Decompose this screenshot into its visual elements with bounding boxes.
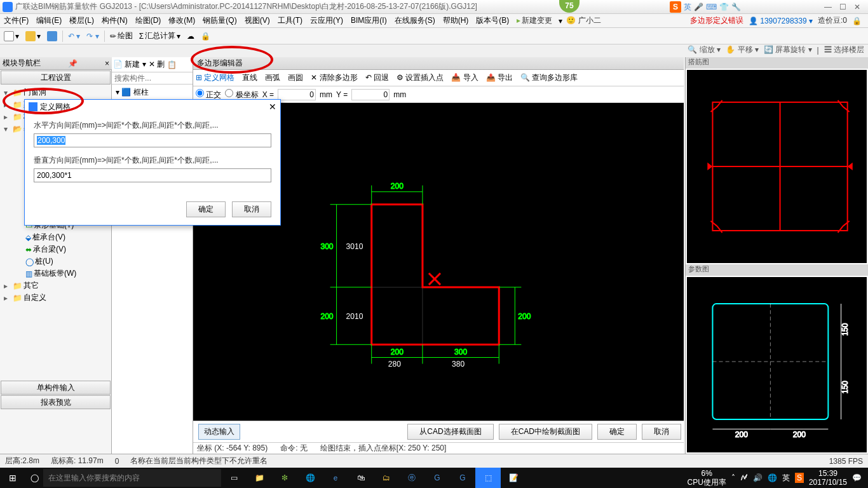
menu-file[interactable]: 文件(F) <box>0 15 32 26</box>
menu-component[interactable]: 构件(N) <box>98 15 132 26</box>
lock-button[interactable]: 🔒 <box>200 30 212 42</box>
app-g1-icon[interactable]: G <box>424 468 450 488</box>
tray-up-icon[interactable]: ˄ <box>731 473 735 482</box>
menu-bim[interactable]: BIM应用(I) <box>347 15 391 26</box>
vertical-input[interactable]: 200,300*1 <box>34 168 271 182</box>
dynamic-input-button[interactable]: 动态输入 <box>198 424 240 440</box>
tray-net-icon[interactable]: 🌐 <box>768 473 777 482</box>
circle-button[interactable]: 画圆 <box>288 72 303 83</box>
close-button[interactable]: ✕ <box>854 3 860 11</box>
mid-delete-button[interactable]: ✕ 删 <box>149 59 165 70</box>
ime-skin-icon[interactable]: 👕 <box>719 3 729 11</box>
canvas-cancel-button[interactable]: 取消 <box>642 424 681 440</box>
menu-tool[interactable]: 工具(T) <box>274 15 306 26</box>
x-input[interactable] <box>278 89 316 100</box>
tray-sound-icon[interactable]: 🔊 <box>753 473 763 482</box>
cpu-meter[interactable]: 6% CPU使用率 <box>688 469 726 487</box>
ime-mic-icon[interactable]: 🎤 <box>694 3 703 11</box>
y-input[interactable] <box>351 89 390 100</box>
select-floor-button[interactable]: ☰ 选择楼层 <box>824 44 864 55</box>
cloud-check-button[interactable]: ☁ <box>186 30 196 42</box>
tree-capbeam[interactable]: ⬌ 承台梁(V) <box>3 243 109 255</box>
tree-custom[interactable]: ▸📁自定义 <box>3 292 109 304</box>
project-settings-button[interactable]: 工程设置 <box>1 71 111 85</box>
new-file-button[interactable]: ▾ <box>3 30 20 43</box>
undo-button[interactable]: ↶ ▾ <box>67 30 81 42</box>
cortana-icon[interactable]: ◯ <box>25 473 43 482</box>
ime-settings-icon[interactable]: 🔧 <box>731 3 741 11</box>
query-lib-button[interactable]: 🔍 查询多边形库 <box>520 72 578 83</box>
new-change-button[interactable]: 新建变更 <box>513 15 556 26</box>
ime-keyboard-icon[interactable]: ⌨ <box>706 3 717 11</box>
nav-pin-icon[interactable]: 📌 <box>68 59 78 68</box>
menu-floor[interactable]: 楼层(L) <box>65 15 98 26</box>
tray-notif-icon[interactable]: 💬 <box>852 473 862 482</box>
menu-rebar[interactable]: 钢筋量(Q) <box>199 15 240 26</box>
dialog-ok-button[interactable]: 确定 <box>186 201 226 217</box>
gxe-button[interactable]: 🙂 广小二 <box>562 15 604 26</box>
cad-select-button[interactable]: 从CAD选择截面图 <box>407 424 493 440</box>
clock[interactable]: 15:39 2017/10/15 <box>809 469 847 487</box>
horizontal-input[interactable]: 200,300 <box>34 133 271 147</box>
import-button[interactable]: 📥 导入 <box>451 72 478 83</box>
menu-version[interactable]: 版本号(B) <box>472 15 513 26</box>
maximize-button[interactable]: ☐ <box>839 3 846 11</box>
line-button[interactable]: 直线 <box>242 72 257 83</box>
tree-pile[interactable]: ◯ 桩(U) <box>3 255 109 268</box>
mid-item[interactable]: ▾ 🟦 框柱 <box>112 85 193 100</box>
minimize-button[interactable]: — <box>824 3 832 11</box>
save-file-button[interactable] <box>46 30 58 43</box>
clear-poly-button[interactable]: ✕ 清除多边形 <box>311 72 357 83</box>
arc-button[interactable]: 画弧 <box>265 72 280 83</box>
cad-draw-button[interactable]: 在CAD中绘制截面图 <box>499 424 592 440</box>
taskbar-search[interactable]: 在这里输入你要搜索的内容 <box>43 469 221 487</box>
task-view-icon[interactable]: ▭ <box>221 468 247 488</box>
start-button[interactable]: ⊞ <box>0 473 25 483</box>
app-folder-icon[interactable]: 📁 <box>247 468 272 488</box>
menu-help[interactable]: 帮助(H) <box>439 15 473 26</box>
insert-point-button[interactable]: ⚙ 设置插入点 <box>397 72 444 83</box>
app-explorer-icon[interactable]: 🗂 <box>374 468 399 488</box>
report-preview-button[interactable]: 报表预览 <box>1 395 111 409</box>
sum-calc-button[interactable]: Σ 汇总计算 ▾ <box>138 29 182 43</box>
phone-link[interactable]: 👤 13907298339 ▾ <box>749 17 813 25</box>
tray-sogou-icon[interactable]: S <box>795 473 804 483</box>
tree-base-strip[interactable]: ▥ 基础板带(W) <box>3 268 109 280</box>
nav-close-button[interactable]: × <box>105 59 109 68</box>
define-grid-button[interactable]: ⊞ 定义网格 <box>196 72 234 83</box>
app-g2-icon[interactable]: G <box>450 468 475 488</box>
rotate-button[interactable]: 🔄 屏幕旋转 ▾ <box>764 44 812 55</box>
lock-icon[interactable]: 🔒 <box>852 17 862 25</box>
redo-button[interactable]: ↷ ▾ <box>85 30 100 42</box>
draw-button[interactable]: ✏ 绘图 <box>109 29 134 43</box>
app-note-icon[interactable]: 📝 <box>501 468 526 488</box>
menu-edit[interactable]: 编辑(E) <box>32 15 65 26</box>
tree-doors[interactable]: ▾📁门窗洞 <box>3 86 109 98</box>
ime-bar[interactable]: S 英 🎤 ⌨ 👕 🔧 <box>670 1 741 13</box>
pan-button[interactable]: ✋ 平移 ▾ <box>726 44 759 55</box>
mid-copy-button[interactable]: 📋 <box>167 60 177 69</box>
tree-other[interactable]: ▸📁其它 <box>3 280 109 292</box>
app-ggj-icon[interactable]: ⬚ <box>475 468 501 488</box>
tray-ime-icon[interactable]: 英 <box>782 473 790 484</box>
single-input-button[interactable]: 单构件输入 <box>1 381 111 395</box>
dialog-close-button[interactable]: ✕ <box>269 102 276 112</box>
search-component-input[interactable] <box>112 72 193 85</box>
tree-pilecap[interactable]: ⬙ 桩承台(V) <box>3 231 109 243</box>
app-360-icon[interactable]: ❇ <box>272 468 297 488</box>
menu-cloud[interactable]: 云应用(Y) <box>306 15 347 26</box>
menu-draw[interactable]: 绘图(D) <box>132 15 165 26</box>
zoom-button[interactable]: 🔍 缩放 ▾ <box>688 44 721 55</box>
sogou-icon[interactable]: S <box>670 1 681 13</box>
menu-online[interactable]: 在线服务(S) <box>391 15 439 26</box>
app-ie-icon[interactable]: ⓔ <box>399 468 424 488</box>
canvas-ok-button[interactable]: 确定 <box>597 424 637 440</box>
tray-battery-icon[interactable]: 🗲 <box>740 473 748 482</box>
app-chrome-icon[interactable]: 🌐 <box>297 468 323 488</box>
menu-view[interactable]: 视图(V) <box>241 15 274 26</box>
mid-new-button[interactable]: 📄 新建 ▾ <box>113 59 146 70</box>
app-edge-icon[interactable]: ｅ <box>323 468 348 488</box>
ortho-radio[interactable]: 正交 <box>196 89 221 100</box>
menu-modify[interactable]: 修改(M) <box>165 15 199 26</box>
export-button[interactable]: 📤 导出 <box>486 72 513 83</box>
